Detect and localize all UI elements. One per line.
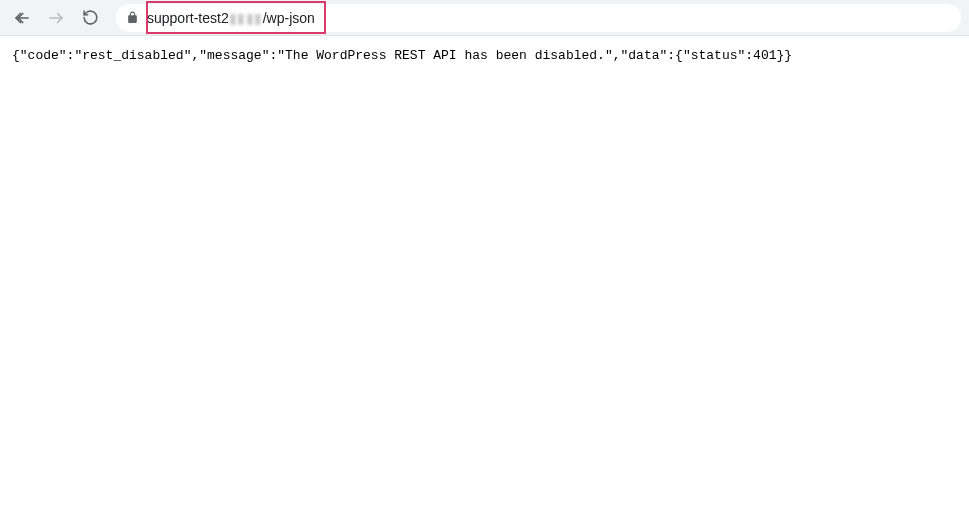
url-prefix: support-test2 [147, 10, 229, 26]
lock-icon [126, 11, 139, 24]
url-suffix: /wp-json [263, 10, 315, 26]
url-blurred: ▮▮▮▮ [229, 10, 263, 26]
forward-button[interactable] [42, 4, 70, 32]
back-button[interactable] [8, 4, 36, 32]
url-text: support-test2▮▮▮▮/wp-json [147, 10, 315, 26]
reload-icon [82, 9, 99, 26]
arrow-left-icon [13, 9, 31, 27]
address-bar[interactable]: support-test2▮▮▮▮/wp-json [116, 4, 961, 32]
reload-button[interactable] [76, 4, 104, 32]
page-body-json: {"code":"rest_disabled","message":"The W… [0, 36, 969, 75]
arrow-right-icon [47, 9, 65, 27]
browser-toolbar: support-test2▮▮▮▮/wp-json [0, 0, 969, 36]
